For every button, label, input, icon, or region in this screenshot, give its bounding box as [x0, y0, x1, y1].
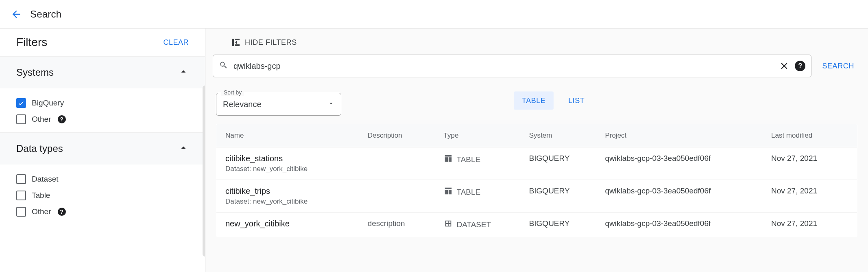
result-project: qwiklabs-gcp-03-3ea050edf06f — [596, 180, 762, 213]
result-description — [359, 180, 435, 213]
filter-group-systems-header[interactable]: Systems — [0, 57, 205, 88]
table-row[interactable]: citibike_stationsDataset: new_york_citib… — [216, 147, 857, 180]
filter-group-datatypes-items: Dataset Table Other ? — [0, 165, 205, 225]
clear-search-button[interactable] — [779, 60, 790, 72]
col-header-type[interactable]: Type — [435, 124, 520, 147]
page-title: Search — [30, 9, 61, 20]
chevron-up-icon — [178, 66, 189, 79]
result-last-modified: Nov 27, 2021 — [762, 180, 857, 213]
back-button[interactable] — [7, 5, 25, 23]
chevron-up-icon — [178, 143, 189, 155]
clear-filters-button[interactable]: CLEAR — [163, 38, 189, 47]
hide-filters-label: HIDE FILTERS — [245, 38, 297, 47]
checkbox-unchecked-icon — [16, 174, 26, 184]
result-type: TABLE — [444, 154, 511, 165]
checkbox-unchecked-icon — [16, 207, 26, 217]
checkbox-unchecked-icon — [16, 191, 26, 200]
view-toggle: TABLE LIST — [514, 92, 593, 110]
col-header-project[interactable]: Project — [596, 124, 762, 147]
table-icon — [444, 154, 453, 165]
filter-group-systems-title: Systems — [16, 67, 54, 78]
close-icon — [779, 61, 789, 71]
sort-value: Relevance — [223, 100, 328, 109]
filters-sidebar: Filters CLEAR Systems BigQuery Other ? — [0, 29, 205, 272]
col-header-name[interactable]: Name — [216, 124, 359, 147]
result-system: BIGQUERY — [520, 213, 596, 237]
result-name: new_york_citibike — [225, 219, 350, 228]
result-project: qwiklabs-gcp-03-3ea050edf06f — [596, 147, 762, 180]
col-header-last-modified[interactable]: Last modified — [762, 124, 857, 147]
filter-item-label: Other — [32, 207, 51, 216]
sort-select[interactable]: Sort by Relevance — [216, 93, 341, 116]
dataset-icon — [444, 219, 453, 230]
filter-group-systems-items: BigQuery Other ? — [0, 88, 205, 132]
panel-collapse-icon — [231, 37, 241, 47]
filter-item-table[interactable]: Table — [16, 187, 189, 204]
filter-item-label: Table — [32, 191, 50, 200]
search-icon — [219, 61, 228, 71]
result-project: qwiklabs-gcp-03-3ea050edf06f — [596, 213, 762, 237]
results-area: HIDE FILTERS ? SEARCH Sort by Relevance — [205, 29, 868, 272]
filter-item-datatypes-other[interactable]: Other ? — [16, 204, 189, 220]
help-icon[interactable]: ? — [58, 208, 66, 216]
result-system: BIGQUERY — [520, 147, 596, 180]
view-table-button[interactable]: TABLE — [514, 92, 554, 110]
filter-item-systems-other[interactable]: Other ? — [16, 111, 189, 127]
result-subtitle: Dataset: new_york_citibike — [225, 165, 350, 173]
caret-down-icon — [328, 100, 334, 108]
filter-item-label: Dataset — [32, 175, 58, 184]
col-header-system[interactable]: System — [520, 124, 596, 147]
checkbox-unchecked-icon — [16, 114, 26, 124]
result-type: DATASET — [444, 219, 511, 230]
search-box[interactable]: ? — [213, 55, 811, 77]
hide-filters-button[interactable]: HIDE FILTERS — [213, 37, 297, 55]
result-system: BIGQUERY — [520, 180, 596, 213]
result-name: citibike_stations — [225, 154, 350, 163]
results-table: Name Description Type System Project Las… — [216, 124, 857, 237]
result-description — [359, 147, 435, 180]
sort-legend: Sort by — [221, 89, 244, 96]
search-help-icon[interactable]: ? — [795, 61, 805, 71]
result-name: citibike_trips — [225, 186, 350, 196]
table-icon — [444, 186, 453, 197]
checkbox-checked-icon — [16, 98, 26, 108]
view-list-button[interactable]: LIST — [560, 92, 593, 110]
result-type: TABLE — [444, 186, 511, 197]
arrow-back-icon — [11, 9, 22, 20]
result-subtitle: Dataset: new_york_citibike — [225, 197, 350, 206]
table-row[interactable]: citibike_tripsDataset: new_york_citibike… — [216, 180, 857, 213]
search-input[interactable] — [233, 61, 774, 71]
filter-group-datatypes-header[interactable]: Data types — [0, 133, 205, 165]
result-description: description — [359, 213, 435, 237]
filters-title: Filters — [16, 36, 47, 49]
result-last-modified: Nov 27, 2021 — [762, 213, 857, 237]
search-button[interactable]: SEARCH — [819, 62, 857, 70]
filter-item-bigquery[interactable]: BigQuery — [16, 95, 189, 111]
table-row[interactable]: new_york_citibikedescriptionDATASETBIGQU… — [216, 213, 857, 237]
help-icon[interactable]: ? — [58, 115, 66, 123]
result-last-modified: Nov 27, 2021 — [762, 147, 857, 180]
col-header-description[interactable]: Description — [359, 124, 435, 147]
filter-item-label: Other — [32, 115, 51, 124]
filter-item-label: BigQuery — [32, 99, 64, 107]
filter-item-dataset[interactable]: Dataset — [16, 171, 189, 187]
filter-group-datatypes-title: Data types — [16, 143, 63, 154]
